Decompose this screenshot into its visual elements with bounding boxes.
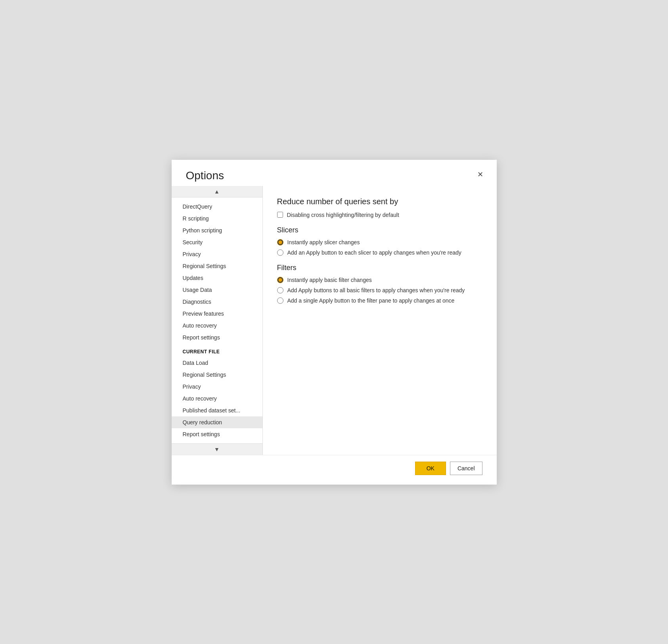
current-file-items-container: Data LoadRegional SettingsPrivacyAuto re… bbox=[172, 357, 262, 440]
sidebar-item-preview-features[interactable]: Preview features bbox=[172, 308, 262, 320]
sidebar-item-auto-recovery[interactable]: Auto recovery bbox=[172, 320, 262, 332]
sidebar-item-published-dataset[interactable]: Published dataset set... bbox=[172, 404, 262, 416]
sidebar-item-data-load[interactable]: Data Load bbox=[172, 357, 262, 369]
close-button[interactable]: ✕ bbox=[475, 169, 486, 180]
sidebar-item-auto-recovery-cf[interactable]: Auto recovery bbox=[172, 393, 262, 404]
sidebar-item-report-settings[interactable]: Report settings bbox=[172, 332, 262, 343]
slicers-radio-group: Instantly apply slicer changesAdd an App… bbox=[277, 239, 482, 256]
filters-radio-group: Instantly apply basic filter changesAdd … bbox=[277, 277, 482, 304]
sidebar-item-directquery[interactable]: DirectQuery bbox=[172, 201, 262, 213]
scroll-up-button[interactable]: ▲ bbox=[172, 186, 262, 197]
radio-instantly-slicer[interactable] bbox=[277, 239, 283, 245]
cross-highlight-checkbox[interactable] bbox=[277, 212, 283, 218]
sidebar-item-usage-data[interactable]: Usage Data bbox=[172, 284, 262, 296]
scroll-down-button[interactable]: ▼ bbox=[172, 443, 262, 455]
radio-row-apply-button-slicer[interactable]: Add an Apply button to each slicer to ap… bbox=[277, 249, 482, 256]
label-apply-buttons-filters[interactable]: Add Apply buttons to all basic filters t… bbox=[287, 287, 465, 293]
ok-button[interactable]: OK bbox=[415, 462, 446, 475]
current-file-header: CURRENT FILE bbox=[172, 343, 262, 357]
main-content: Reduce number of queries sent by Disabli… bbox=[263, 186, 497, 455]
radio-apply-buttons-filters[interactable] bbox=[277, 287, 283, 293]
sidebar-item-diagnostics[interactable]: Diagnostics bbox=[172, 296, 262, 308]
cross-highlight-label[interactable]: Disabling cross highlighting/filtering b… bbox=[287, 212, 399, 218]
dialog-title: Options bbox=[186, 169, 224, 182]
sidebar-item-privacy[interactable]: Privacy bbox=[172, 248, 262, 260]
slicers-title: Slicers bbox=[277, 226, 482, 234]
sidebar-item-security[interactable]: Security bbox=[172, 236, 262, 248]
global-items-container: DirectQueryR scriptingPython scriptingSe… bbox=[172, 201, 262, 343]
dialog-body: ▲ DirectQueryR scriptingPython scripting… bbox=[172, 186, 497, 455]
dialog-header: Options ✕ bbox=[172, 160, 497, 186]
label-instantly-filter[interactable]: Instantly apply basic filter changes bbox=[287, 277, 372, 283]
cross-highlight-row: Disabling cross highlighting/filtering b… bbox=[277, 212, 482, 218]
sidebar-item-updates[interactable]: Updates bbox=[172, 272, 262, 284]
radio-apply-button-slicer[interactable] bbox=[277, 249, 283, 256]
radio-row-single-apply-button[interactable]: Add a single Apply button to the filter … bbox=[277, 297, 482, 304]
sidebar-item-regional-settings-cf[interactable]: Regional Settings bbox=[172, 369, 262, 381]
sidebar-item-regional-settings[interactable]: Regional Settings bbox=[172, 260, 262, 272]
label-apply-button-slicer[interactable]: Add an Apply button to each slicer to ap… bbox=[287, 249, 461, 256]
radio-row-instantly-slicer[interactable]: Instantly apply slicer changes bbox=[277, 239, 482, 245]
sidebar-item-privacy-cf[interactable]: Privacy bbox=[172, 381, 262, 393]
sidebar-item-report-settings-cf[interactable]: Report settings bbox=[172, 428, 262, 440]
options-dialog: Options ✕ ▲ DirectQueryR scriptingPython… bbox=[172, 160, 497, 485]
radio-single-apply-button[interactable] bbox=[277, 297, 283, 304]
sidebar-item-python-scripting[interactable]: Python scripting bbox=[172, 224, 262, 236]
radio-row-apply-buttons-filters[interactable]: Add Apply buttons to all basic filters t… bbox=[277, 287, 482, 293]
cancel-button[interactable]: Cancel bbox=[450, 462, 482, 475]
dialog-footer: OK Cancel bbox=[172, 455, 497, 485]
radio-instantly-filter[interactable] bbox=[277, 277, 283, 283]
main-heading: Reduce number of queries sent by bbox=[277, 197, 482, 206]
sidebar-item-r-scripting[interactable]: R scripting bbox=[172, 213, 262, 224]
filters-title: Filters bbox=[277, 264, 482, 272]
sidebar: ▲ DirectQueryR scriptingPython scripting… bbox=[172, 186, 263, 455]
sidebar-item-query-reduction[interactable]: Query reduction bbox=[172, 416, 262, 428]
radio-row-instantly-filter[interactable]: Instantly apply basic filter changes bbox=[277, 277, 482, 283]
label-instantly-slicer[interactable]: Instantly apply slicer changes bbox=[287, 239, 360, 245]
label-single-apply-button[interactable]: Add a single Apply button to the filter … bbox=[287, 297, 455, 304]
sidebar-scroll: DirectQueryR scriptingPython scriptingSe… bbox=[172, 197, 262, 443]
